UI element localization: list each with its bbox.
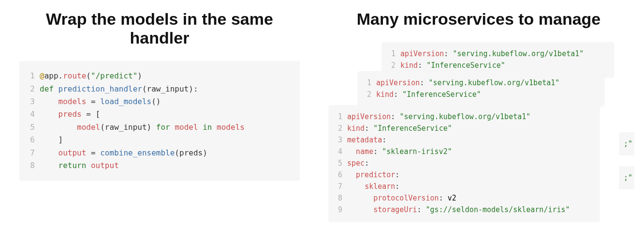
code-content: kind: "InferenceService"	[347, 123, 595, 134]
code-content: name: "sklearn-irisv2"	[347, 146, 595, 157]
line-number: 4	[24, 108, 35, 121]
code-content: predictor:	[347, 169, 595, 181]
code-line: 5 model(raw_input) for model in models	[24, 121, 295, 134]
code-content: storageUri: "gs://seldon-models/sklearn/…	[347, 204, 595, 216]
code-line: 9 storageUri: "gs://seldon-models/sklear…	[334, 204, 595, 216]
code-line: 2kind: "InferenceService"	[334, 123, 595, 134]
code-line: 6 ]	[24, 134, 295, 146]
line-number: 1	[24, 70, 35, 82]
right-column: Many microservices to manage 1apiVersion…	[324, 10, 633, 216]
line-number: 1	[387, 48, 395, 60]
line-number: 5	[334, 157, 342, 169]
code-content: apiVersion: "serving.kubeflow.org/v1beta…	[376, 77, 600, 89]
code-content: models = load_models()	[40, 95, 295, 108]
code-line: 4 name: "sklearn-irisv2"	[334, 146, 595, 157]
line-number: 2	[24, 83, 35, 95]
code-content: return output	[40, 159, 295, 172]
code-line: 3 models = load_models()	[24, 95, 295, 108]
code-line: 3metadata:	[334, 134, 595, 146]
code-line: 7 sklearn:	[334, 181, 595, 192]
line-number: 2	[387, 60, 395, 71]
code-content: protocolVersion: v2	[347, 192, 595, 204]
code-line: 6 predictor:	[334, 169, 595, 181]
code-line: 1apiVersion: "serving.kubeflow.org/v1bet…	[363, 77, 600, 89]
code-content: model(raw_input) for model in models	[40, 121, 295, 134]
right-heading: Many microservices to manage	[324, 10, 633, 29]
line-number: 8	[24, 159, 35, 172]
yaml-box-3: 1apiVersion: "serving.kubeflow.org/v1bet…	[329, 105, 600, 221]
code-line: 1apiVersion: "serving.kubeflow.org/v1bet…	[334, 111, 595, 123]
yaml-fragment-2: ;"	[619, 166, 634, 189]
code-line: 1@app.route("/predict")	[24, 70, 295, 82]
slide: Wrap the models in the same handler 1@ap…	[0, 0, 644, 247]
line-number: 1	[363, 77, 371, 89]
line-number: 1	[334, 111, 342, 123]
code-content: ]	[40, 134, 295, 146]
code-content: kind: "InferenceService"	[376, 89, 600, 100]
code-content: def prediction_handler(raw_input):	[40, 83, 295, 95]
code-content: apiVersion: "serving.kubeflow.org/v1beta…	[400, 48, 609, 60]
line-number: 5	[24, 121, 35, 134]
line-number: 3	[24, 95, 35, 108]
code-line: 8 protocolVersion: v2	[334, 192, 595, 204]
yaml-stack: 1apiVersion: "serving.kubeflow.org/v1bet…	[324, 42, 633, 216]
code-line: 1apiVersion: "serving.kubeflow.org/v1bet…	[387, 48, 609, 60]
code-content: spec:	[347, 157, 595, 169]
code-content: sklearn:	[347, 181, 595, 192]
code-line: 2def prediction_handler(raw_input):	[24, 83, 295, 95]
yaml-fragment-1: ;"	[619, 132, 634, 155]
code-line: 5spec:	[334, 157, 595, 169]
line-number: 4	[334, 146, 342, 157]
code-line: 2kind: "InferenceService"	[363, 89, 600, 100]
line-number: 2	[334, 123, 342, 134]
code-line: 2kind: "InferenceService"	[387, 60, 609, 71]
code-line: 7 output = combine_ensemble(preds)	[24, 147, 295, 159]
python-code-block: 1@app.route("/predict")2def prediction_h…	[19, 61, 300, 181]
line-number: 6	[24, 134, 35, 146]
line-number: 2	[363, 89, 371, 100]
yaml-box-2: 1apiVersion: "serving.kubeflow.org/v1bet…	[358, 71, 604, 106]
code-content: @app.route("/predict")	[40, 70, 295, 82]
code-line: 8 return output	[24, 159, 295, 172]
code-content: kind: "InferenceService"	[400, 60, 609, 71]
line-number: 9	[334, 204, 342, 216]
code-line: 4 preds = [	[24, 108, 295, 121]
line-number: 6	[334, 169, 342, 181]
code-content: preds = [	[40, 108, 295, 121]
line-number: 3	[334, 134, 342, 146]
code-content: output = combine_ensemble(preds)	[40, 147, 295, 159]
line-number: 7	[24, 147, 35, 159]
code-content: apiVersion: "serving.kubeflow.org/v1beta…	[347, 111, 595, 123]
line-number: 7	[334, 181, 342, 192]
code-content: metadata:	[347, 134, 595, 146]
left-heading: Wrap the models in the same handler	[19, 10, 300, 47]
line-number: 8	[334, 192, 342, 204]
left-column: Wrap the models in the same handler 1@ap…	[19, 10, 300, 181]
